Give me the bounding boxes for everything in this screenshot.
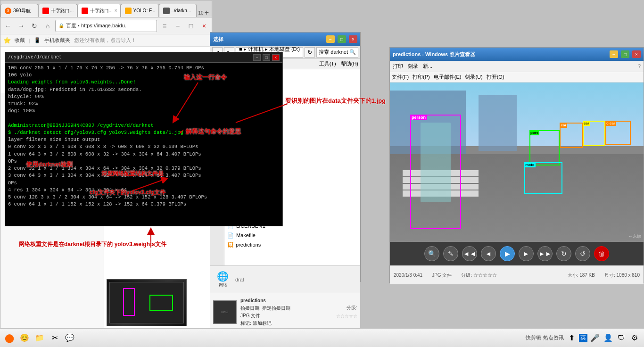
pv-status-date: 2020/1/3 0:41 bbox=[394, 273, 422, 278]
maximize-browser[interactable]: □ bbox=[185, 20, 197, 32]
pv-menu-new[interactable]: 新... bbox=[423, 63, 432, 70]
fe-network-section: 🌐 网络 dral bbox=[210, 265, 360, 293]
pv-minimize[interactable]: − bbox=[610, 50, 618, 58]
tab-yolo[interactable]: YOLO: F... bbox=[121, 4, 159, 17]
terminal-title: /cygdrive/d/darknet bbox=[8, 55, 251, 60]
back-btn[interactable]: ← bbox=[2, 20, 14, 32]
pv-maximize[interactable]: □ bbox=[621, 50, 629, 58]
file-item-makefile[interactable]: 📄 Makefile bbox=[225, 231, 359, 240]
bookmark-favorites[interactable]: 收藏 bbox=[15, 37, 25, 44]
pv-zoom-btn[interactable]: 🔍 bbox=[424, 246, 439, 261]
fe-maximize[interactable]: □ bbox=[338, 35, 346, 43]
tab-crossroads1[interactable]: 十字路口... bbox=[38, 4, 77, 17]
network-label: 网络 bbox=[219, 282, 227, 288]
terminal-minimize[interactable]: − bbox=[253, 54, 261, 61]
tab-label-4: YOLO: F... bbox=[133, 8, 156, 13]
pv-title-bar: predictions - Windows 照片查看器 − □ × bbox=[390, 48, 644, 61]
file-icon: 📄 bbox=[227, 232, 234, 239]
terminal-maximize[interactable]: □ bbox=[263, 54, 270, 61]
pv-status-size: 大小: 187 KB bbox=[568, 272, 595, 279]
fe-menu-tools[interactable]: 工具(T) bbox=[319, 60, 336, 67]
tab-darknet1[interactable]: ../darkn... bbox=[159, 4, 197, 17]
label-pors: pors bbox=[529, 130, 539, 135]
taskbar-folder[interactable]: 📁 bbox=[34, 332, 45, 344]
pv-burn-menu[interactable]: 刻录(U) bbox=[465, 74, 482, 81]
fe-title-bar: 选择 − □ × bbox=[210, 33, 360, 46]
pv-menu-print[interactable]: 打印 bbox=[393, 63, 403, 70]
taskbar-lang[interactable]: 英 bbox=[579, 334, 587, 342]
pv-next-btn[interactable]: ►► bbox=[537, 246, 553, 261]
pv-close[interactable]: × bbox=[632, 50, 641, 58]
pv-rotate-cw-btn[interactable]: ↻ bbox=[556, 246, 571, 261]
term-l1: 1 conv 64 3 x 3 / 2 608 x 608 x 32 -> 30… bbox=[8, 151, 280, 158]
address-bar[interactable]: 🔒 百度 ▪ https://image.baidu. bbox=[55, 20, 157, 32]
pv-status-type: JPG 文件 bbox=[432, 272, 452, 279]
term-pred: data/dog.jpg: Predicted in 71.616332 sec… bbox=[8, 86, 280, 93]
pv-open-menu[interactable]: 打开(O) bbox=[487, 74, 504, 81]
fe-minimize[interactable]: − bbox=[326, 35, 335, 43]
taskbar-user[interactable]: 👤 bbox=[603, 332, 614, 344]
pv-help-btn[interactable]: ? bbox=[638, 64, 641, 69]
preview-thumb: IMG bbox=[221, 310, 228, 314]
taskbar-shield[interactable]: 🛡 bbox=[616, 332, 627, 344]
tab-crossroads2[interactable]: 十字路口... × bbox=[77, 4, 121, 17]
terminal-body: 105 conv 255 1 x 1 / 1 76 x 76 x 256 -> … bbox=[5, 63, 282, 226]
label-car1: car bbox=[560, 123, 567, 128]
term-l0: 0 conv 32 3 x 3 / 1 608 x 608 x 3 -> 608… bbox=[8, 143, 280, 150]
taskbar-hotspot[interactable]: 热点资讯 bbox=[543, 334, 564, 341]
fe-menu-help[interactable]: 帮助(H) bbox=[341, 60, 358, 67]
tab-label: 360导航 bbox=[13, 8, 31, 14]
pv-print-menu[interactable]: 打印(P) bbox=[413, 74, 430, 81]
fe-refresh-btn[interactable]: ↻ bbox=[305, 47, 315, 58]
network-icon[interactable]: 🌐 网络 bbox=[214, 268, 231, 291]
tab-close-btn[interactable]: × bbox=[115, 8, 117, 13]
pv-status-rating: 分级: ☆☆☆☆☆ bbox=[461, 272, 497, 279]
taskbar-start[interactable]: ⬤ bbox=[4, 332, 15, 344]
pv-prev-single-btn[interactable]: ◄ bbox=[481, 246, 496, 261]
home-btn[interactable]: ⌂ bbox=[42, 20, 53, 32]
taskbar-scissors[interactable]: ✂ bbox=[49, 332, 60, 344]
thumbnail-preview bbox=[107, 279, 187, 326]
close-browser[interactable]: × bbox=[198, 20, 210, 32]
taskbar-chat[interactable]: 💬 bbox=[64, 332, 75, 344]
tab-label-5: ../darkn... bbox=[172, 8, 191, 13]
minimize-browser[interactable]: − bbox=[172, 20, 183, 32]
term-bicycle: bicycle: 99% bbox=[8, 93, 280, 100]
url-text: 百度 ▪ https://image.baidu. bbox=[66, 22, 126, 29]
pv-file-menu[interactable]: 文件(F) bbox=[392, 74, 409, 81]
refresh-btn[interactable]: ↻ bbox=[29, 20, 40, 32]
bookmark-mobile[interactable]: 手机收藏夹 bbox=[44, 37, 70, 44]
term-ops1: OPs bbox=[8, 158, 280, 165]
taskbar-kuaijianji[interactable]: 快剪辑 bbox=[526, 334, 541, 341]
taskbar-emoji[interactable]: 😊 bbox=[19, 332, 30, 344]
label-car2: car bbox=[583, 121, 590, 126]
file-item-predictions[interactable]: 🖼 predictions bbox=[225, 240, 359, 249]
term-l2: 2 conv 32 1 x 1 / 1 304 x 304 x 64 -> 30… bbox=[8, 165, 280, 172]
pv-email-menu[interactable]: 电子邮件(E) bbox=[434, 74, 462, 81]
fe-search-label: 搜索 darknet bbox=[319, 49, 348, 56]
new-tab-btn[interactable]: + bbox=[204, 8, 210, 17]
pv-rotate-ccw-btn[interactable]: ↺ bbox=[575, 246, 590, 261]
tab-360[interactable]: 3 360导航 bbox=[0, 4, 38, 17]
taskbar-mic[interactable]: 🎤 bbox=[589, 332, 601, 344]
fe-bottom-text: dral bbox=[235, 277, 244, 282]
taskbar-upload[interactable]: ⬆ bbox=[566, 332, 577, 344]
bookmark-import[interactable]: 您还没有收藏，点击导入！ bbox=[74, 37, 136, 44]
pv-status-dimensions: 尺寸: 1080 x 810 bbox=[604, 272, 640, 279]
terminal-close[interactable]: × bbox=[272, 54, 280, 61]
nav-bar: ← → ↻ ⌂ 🔒 百度 ▪ https://image.baidu. ≡ − … bbox=[0, 17, 212, 34]
pv-next-single-btn[interactable]: ► bbox=[519, 246, 534, 261]
forward-btn[interactable]: → bbox=[16, 20, 27, 32]
fe-close[interactable]: × bbox=[349, 35, 357, 43]
pv-play-btn[interactable]: ▶ bbox=[500, 246, 515, 261]
taskbar-settings[interactable]: ⚙ bbox=[629, 332, 640, 344]
terminal-title-bar: /cygdrive/d/darknet − □ × bbox=[5, 52, 282, 63]
pv-prev-btn[interactable]: ◄◄ bbox=[462, 246, 477, 261]
fe-preview-panel: IMG predictions 拍摄日期: 指定拍摄日期 JPG 文件 标记: … bbox=[210, 293, 360, 330]
pv-menu-burn[interactable]: 刻录 bbox=[408, 63, 418, 70]
pv-edit-btn[interactable]: ✎ bbox=[443, 246, 458, 261]
settings-btn[interactable]: ≡ bbox=[159, 20, 170, 32]
tab-label-2: 十字路口... bbox=[51, 8, 74, 14]
term-line-2: 106 yolo bbox=[8, 72, 280, 79]
pv-delete-btn[interactable]: 🗑 bbox=[594, 246, 609, 261]
